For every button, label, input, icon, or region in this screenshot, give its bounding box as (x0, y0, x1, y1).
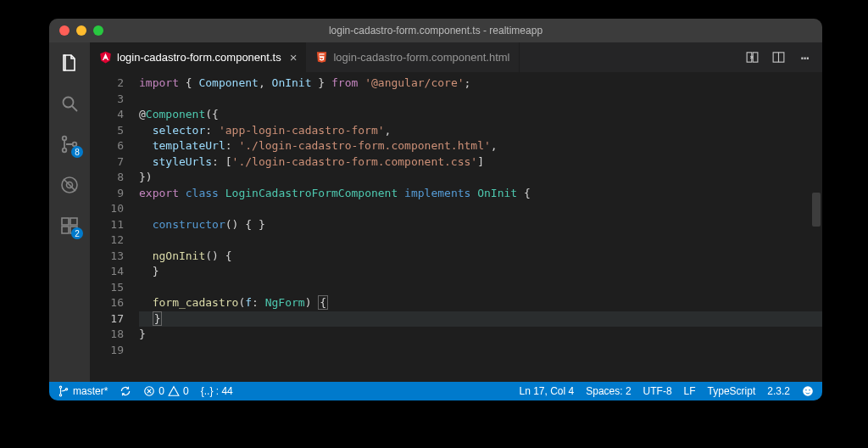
tab-label: login-cadastro-form.component.ts (117, 51, 281, 64)
svg-rect-10 (747, 53, 752, 62)
scm-badge: 8 (71, 146, 83, 158)
git-branch-item[interactable]: master* (58, 385, 108, 397)
vscode-window: login-cadastro-form.component.ts - realt… (49, 19, 822, 400)
encoding-item[interactable]: UTF-8 (643, 385, 672, 397)
svg-point-2 (63, 148, 67, 153)
activity-bar: 8 2 (49, 42, 90, 382)
svg-rect-11 (753, 53, 758, 62)
close-tab-icon[interactable]: × (290, 50, 298, 64)
svg-rect-6 (62, 218, 69, 225)
code-area[interactable]: import { Component, OnInit } from '@angu… (139, 72, 822, 382)
tab-html[interactable]: login-cadastro-form.component.html (306, 42, 519, 72)
symbols-label: {..} : 44 (201, 385, 233, 397)
tab-bar: login-cadastro-form.component.ts × login… (90, 42, 822, 72)
sync-item[interactable] (120, 385, 131, 397)
symbols-item[interactable]: {..} : 44 (201, 385, 233, 397)
svg-point-13 (59, 386, 61, 388)
git-branch-label: master* (73, 385, 108, 397)
svg-point-19 (809, 389, 810, 391)
svg-point-1 (63, 137, 67, 141)
svg-point-14 (59, 395, 61, 396)
compare-icon[interactable] (745, 50, 760, 64)
window-title: login-cadastro-form.component.ts - realt… (49, 25, 822, 36)
eol-item[interactable]: LF (684, 385, 696, 397)
feedback-icon[interactable] (802, 385, 814, 397)
warning-count: 0 (183, 385, 189, 397)
line-number-gutter: 2345678910111213141516171819 (90, 72, 139, 382)
error-count: 0 (159, 385, 164, 397)
tab-label: login-cadastro-form.component.html (333, 51, 509, 64)
status-bar: master* 0 0 {..} : 44 Ln 17, Col 4 Space… (49, 382, 822, 400)
version-item[interactable]: 2.3.2 (767, 385, 790, 397)
svg-rect-7 (70, 218, 77, 225)
language-item[interactable]: TypeScript (708, 385, 756, 397)
explorer-icon[interactable] (58, 51, 81, 75)
tab-ts[interactable]: login-cadastro-form.component.ts × (90, 42, 306, 72)
source-control-icon[interactable]: 8 (58, 132, 81, 156)
scrollbar-thumb[interactable] (812, 193, 821, 227)
more-icon[interactable]: ⋯ (798, 50, 812, 64)
split-editor-icon[interactable] (771, 50, 786, 64)
svg-rect-8 (62, 227, 69, 233)
search-icon[interactable] (58, 92, 81, 115)
tab-actions: ⋯ (735, 42, 822, 72)
spaces-item[interactable]: Spaces: 2 (586, 385, 631, 397)
angular-icon (98, 51, 112, 64)
html5-icon (314, 51, 328, 64)
svg-point-17 (803, 386, 813, 396)
debug-icon[interactable] (58, 173, 81, 197)
editor-group: login-cadastro-form.component.ts × login… (90, 42, 822, 382)
svg-point-18 (805, 389, 807, 391)
problems-item[interactable]: 0 0 (143, 385, 188, 397)
vertical-scrollbar[interactable] (812, 74, 821, 382)
svg-point-0 (64, 98, 74, 108)
extensions-badge: 2 (71, 227, 83, 239)
extensions-icon[interactable]: 2 (58, 214, 81, 238)
cursor-position-item[interactable]: Ln 17, Col 4 (519, 385, 574, 397)
titlebar[interactable]: login-cadastro-form.component.ts - realt… (49, 19, 822, 42)
code-editor[interactable]: 2345678910111213141516171819 import { Co… (90, 72, 822, 382)
window-body: 8 2 login-cadastro-form.component.ts × (49, 42, 822, 382)
